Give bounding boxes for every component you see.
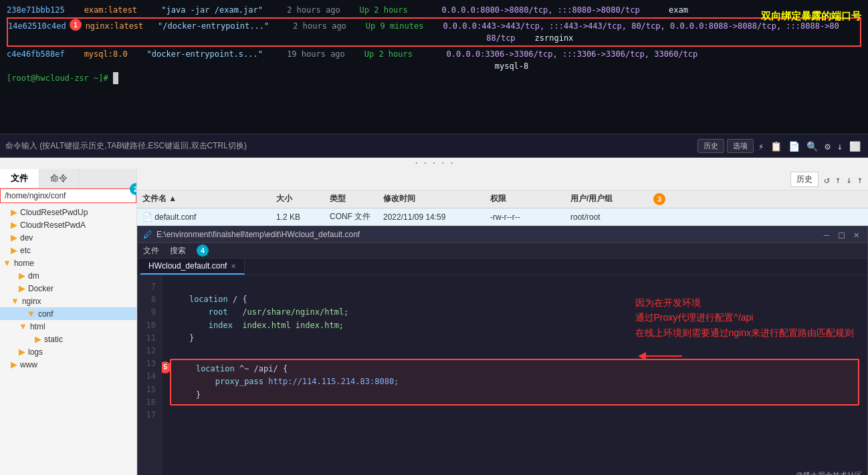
tree-item-dm[interactable]: ▶ dm	[0, 269, 136, 282]
tree-label: dev	[20, 233, 33, 243]
folder-icon: ▶	[35, 334, 41, 344]
tree-item-cloudreset2[interactable]: ▶ CloudrResetPwdA	[0, 218, 136, 231]
menu-search[interactable]: 搜索	[170, 245, 186, 257]
file-list-row-default[interactable]: 📄 default.conf 1.2 KB CONF 文件 2022/11/09…	[137, 208, 868, 225]
file-list-header: 文件名 ▲ 大小 类型 修改时间 权限 用户/用户组 3	[137, 190, 868, 208]
annotation-badge-5: 5	[162, 361, 171, 373]
path-input[interactable]	[0, 188, 136, 203]
header-filename: 文件名 ▲	[142, 193, 276, 205]
yellow-annotation: 双向绑定暴露的端口号	[761, 10, 861, 23]
tree-label: html	[30, 322, 45, 331]
tree-item-dev[interactable]: ▶ dev	[0, 231, 136, 244]
window-icon[interactable]: ⬜	[847, 141, 863, 152]
refresh-icon[interactable]: ↺	[824, 174, 829, 185]
tab-close-button[interactable]: ✕	[231, 263, 236, 270]
file-history-button[interactable]: 历史	[790, 172, 819, 187]
tree-item-docker[interactable]: ▶ Docker	[0, 282, 136, 295]
container-status-exam: Up 2 hours	[360, 5, 408, 15]
container-ports-nginx3: 88/tcp	[486, 33, 515, 43]
tree-label: logs	[28, 347, 43, 357]
tree-item-cloudreset1[interactable]: ▶ CloudResetPwdUp	[0, 206, 136, 218]
minimize-button[interactable]: —	[821, 229, 832, 240]
file-size-conf: 1.2 KB	[276, 212, 330, 222]
folder-icon: ▶	[19, 283, 25, 293]
prompt-text: [root@hwcloud-zsr ~]#	[7, 73, 113, 83]
container-image-nginx: nginx:latest	[86, 21, 144, 31]
download-icon[interactable]: ↓	[835, 141, 845, 152]
terminal-line-nginx2: 88/tcp zsrnginx	[8, 32, 860, 44]
container-created-exam: 2 hours ago	[287, 5, 340, 15]
tab-cmd[interactable]: 命令	[39, 169, 79, 188]
tree-label: home	[14, 259, 34, 268]
terminal-line-exam: 238e71bbb125 exam:latest "java -jar /exa…	[7, 4, 861, 16]
container-ports-exam: 0.0.0.0:8080->8080/tcp, :::8080->8080/tc…	[441, 5, 639, 15]
editor-title-icon: 🖊	[143, 229, 152, 240]
tree-item-conf[interactable]: ▼ conf	[0, 307, 136, 320]
tree-item-www[interactable]: ▶ www	[0, 358, 136, 371]
code-line-14: proxy_pass http://114.115.214.83:8080;	[177, 375, 853, 388]
terminal-line-mysql2: mysql-8	[7, 60, 861, 72]
tab-file[interactable]: 文件	[0, 169, 39, 188]
line-num-14: 14	[143, 370, 156, 383]
close-button[interactable]: ✕	[851, 229, 862, 240]
maximize-button[interactable]: □	[836, 229, 847, 240]
line-num-11: 11	[143, 332, 156, 345]
lightning-icon[interactable]: ⚡	[756, 141, 766, 152]
container-id-nginx: 14e62510c4ed	[8, 21, 66, 31]
container-status-nginx: Up 9 minutes	[366, 21, 424, 31]
line-num-13: 13	[143, 357, 156, 370]
sync-icon[interactable]: ↑	[857, 174, 863, 185]
header-filesize: 大小	[276, 193, 330, 205]
code-line-12	[170, 345, 859, 357]
tree-item-nginx[interactable]: ▼ nginx	[0, 295, 136, 307]
header-filedate: 修改时间	[383, 193, 490, 205]
container-name-exam: exam	[669, 5, 688, 15]
page-icon[interactable]: 📄	[786, 141, 802, 152]
menu-file[interactable]: 文件	[143, 245, 159, 257]
file-type-conf: CONF 文件	[330, 211, 383, 222]
search-icon[interactable]: 🔍	[804, 141, 820, 152]
folder-icon: ▶	[11, 245, 17, 255]
command-bar: 命令输入 (按ALT键提示历史,TAB键路径,ESC键返回,双击CTRL切换) …	[0, 134, 868, 158]
folder-icon: ▶	[19, 347, 25, 357]
history-button[interactable]: 历史	[697, 139, 724, 153]
tree-item-static[interactable]: ▶ static	[0, 333, 136, 345]
code-line-16	[170, 407, 859, 420]
line-num-15: 15	[143, 383, 156, 396]
clipboard-icon[interactable]: 📋	[768, 141, 784, 152]
container-cmd-nginx: "/docker-entrypoint..."	[158, 21, 269, 31]
editor-menubar: 文件 搜索 4	[138, 243, 867, 259]
code-line-11: }	[170, 332, 859, 345]
annotation-badge-1: 1	[70, 19, 82, 31]
header-fileuser: 用户/用户组	[570, 193, 651, 205]
options-button[interactable]: 选项	[727, 139, 754, 153]
terminal: 238e71bbb125 exam:latest "java -jar /exa…	[0, 0, 868, 134]
line-numbers: 7 8 9 10 11 12 13 14 15 16 17	[138, 275, 162, 475]
tree-label: CloudResetPwdUp	[20, 208, 88, 217]
terminal-line-nginx-wrapper: 14e62510c4ed nginx:latest "/docker-entry…	[7, 17, 861, 47]
file-user-conf: root/root	[570, 212, 651, 222]
code-line-17	[170, 420, 859, 432]
tree-item-home[interactable]: ▼ home	[0, 257, 136, 269]
file-list: 文件名 ▲ 大小 类型 修改时间 权限 用户/用户组 3 📄 default.c…	[137, 190, 868, 226]
tree-item-html[interactable]: ▼ html	[0, 320, 136, 333]
editor-tab-default-conf[interactable]: HWcloud_default.conf ✕	[140, 259, 245, 275]
tree-item-etc[interactable]: ▶ etc	[0, 244, 136, 257]
tree-item-logs[interactable]: ▶ logs	[0, 345, 136, 358]
path-row: 2	[0, 188, 136, 203]
upload-icon[interactable]: ↑	[835, 174, 841, 185]
folder-icon: ▼	[19, 321, 27, 331]
tree-label: dm	[28, 271, 39, 281]
code-line-15: }	[177, 389, 853, 402]
file-panel: 文件 命令 2 ▶ CloudResetPwdUp ▶ CloudrResetP…	[0, 169, 868, 475]
tree-label: etc	[20, 246, 31, 255]
folder-icon: ▶	[19, 271, 25, 281]
tab-filename: HWcloud_default.conf	[148, 261, 227, 271]
gear-icon[interactable]: ⚙	[823, 141, 832, 152]
cmd-button-group: 历史 选项 ⚡ 📋 📄 🔍 ⚙ ↓ ⬜	[697, 139, 863, 153]
tree-label: Docker	[28, 284, 53, 293]
download-icon2[interactable]: ↓	[846, 174, 851, 185]
tree-label: CloudrResetPwdA	[20, 220, 86, 230]
line-num-16: 16	[143, 396, 156, 409]
container-ports-mysql: 0.0.0.0:3306->3306/tcp, :::3306->3306/tc…	[447, 49, 698, 59]
